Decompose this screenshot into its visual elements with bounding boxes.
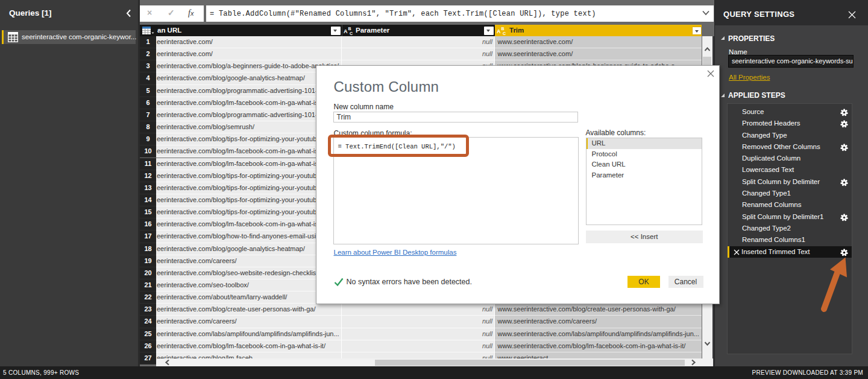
svg-text:A: A — [344, 28, 348, 34]
svg-text:B: B — [502, 27, 505, 31]
svg-text:C: C — [350, 31, 353, 36]
svg-text:C: C — [503, 31, 506, 36]
svg-text:A: A — [497, 28, 501, 34]
svg-text:B: B — [348, 27, 351, 31]
